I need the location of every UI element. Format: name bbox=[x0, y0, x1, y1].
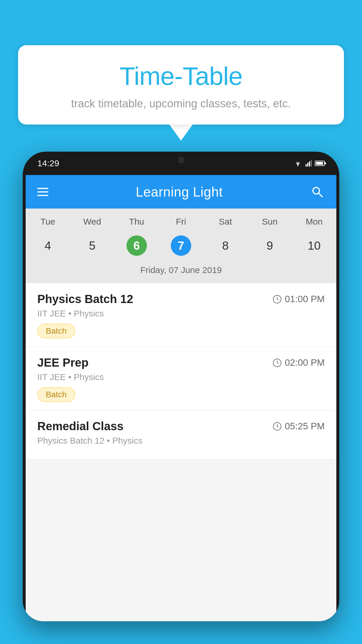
calendar-day-tue: Tue bbox=[26, 214, 70, 229]
schedule-item-2-time-container: 02:00 PM bbox=[273, 357, 325, 368]
app-header: Learning Light bbox=[26, 175, 336, 209]
search-icon bbox=[311, 185, 324, 198]
clock-icon-1 bbox=[273, 295, 282, 304]
speech-bubble-container: Time-Table track timetable, upcoming cla… bbox=[18, 45, 344, 141]
schedule-item-3-header: Remedial Class 05:25 PM bbox=[37, 420, 325, 433]
svg-rect-3 bbox=[309, 161, 310, 167]
wifi-icon bbox=[293, 160, 303, 167]
calendar-section: Tue Wed Thu Fri Sat Sun Mon 4 5 6 7 bbox=[26, 209, 336, 283]
schedule-item-3-time-container: 05:25 PM bbox=[273, 421, 325, 432]
phone-notch bbox=[158, 152, 204, 168]
hamburger-line-3 bbox=[37, 195, 48, 196]
calendar-date-9[interactable]: 9 bbox=[247, 232, 292, 259]
schedule-list: Physics Batch 12 01:00 PM IIT JEE • Phys… bbox=[26, 283, 336, 459]
speech-bubble: Time-Table track timetable, upcoming cla… bbox=[18, 45, 344, 125]
search-button[interactable] bbox=[310, 185, 325, 199]
phone-frame: 14:29 bbox=[23, 152, 339, 621]
calendar-current-date-label: Friday, 07 June 2019 bbox=[26, 263, 336, 280]
phone-status-bar: 14:29 bbox=[23, 152, 339, 175]
svg-rect-1 bbox=[305, 164, 307, 167]
phone-container: 14:29 bbox=[23, 152, 339, 644]
svg-point-0 bbox=[297, 165, 298, 166]
schedule-item-2-badge: Batch bbox=[37, 387, 75, 402]
calendar-day-thu: Thu bbox=[115, 214, 159, 229]
calendar-date-10[interactable]: 10 bbox=[292, 232, 336, 259]
calendar-date-5[interactable]: 5 bbox=[70, 232, 114, 259]
calendar-days-row: Tue Wed Thu Fri Sat Sun Mon bbox=[26, 214, 336, 229]
status-time: 14:29 bbox=[37, 158, 59, 168]
schedule-item-1-subtitle: IIT JEE • Physics bbox=[37, 309, 325, 318]
hamburger-menu-button[interactable] bbox=[37, 188, 48, 196]
signal-icon bbox=[305, 160, 312, 167]
calendar-date-8[interactable]: 8 bbox=[203, 232, 247, 259]
calendar-date-circle-7: 7 bbox=[171, 235, 191, 256]
speech-bubble-subtitle: track timetable, upcoming classes, tests… bbox=[36, 97, 326, 110]
schedule-item-2-time: 02:00 PM bbox=[285, 357, 325, 368]
phone-screen: Learning Light Tue Wed Thu Fri Sat Sun bbox=[26, 175, 336, 621]
calendar-day-fri: Fri bbox=[159, 214, 203, 229]
calendar-date-circle-6: 6 bbox=[126, 235, 147, 256]
svg-rect-2 bbox=[307, 163, 308, 167]
schedule-item-1-header: Physics Batch 12 01:00 PM bbox=[37, 293, 325, 306]
speech-bubble-title: Time-Table bbox=[36, 61, 326, 91]
hamburger-line-2 bbox=[37, 191, 48, 192]
schedule-item-1[interactable]: Physics Batch 12 01:00 PM IIT JEE • Phys… bbox=[26, 283, 336, 347]
schedule-item-1-badge: Batch bbox=[37, 324, 75, 338]
phone-camera bbox=[178, 157, 184, 163]
clock-icon-2 bbox=[273, 358, 282, 368]
calendar-date-6[interactable]: 6 bbox=[115, 232, 159, 259]
calendar-dates-row: 4 5 6 7 8 9 10 bbox=[26, 232, 336, 259]
calendar-day-sun: Sun bbox=[247, 214, 292, 229]
calendar-day-wed: Wed bbox=[70, 214, 114, 229]
schedule-item-2-subtitle: IIT JEE • Physics bbox=[37, 372, 325, 382]
schedule-item-2-title: JEE Prep bbox=[37, 356, 89, 369]
schedule-item-3-subtitle: Physics Batch 12 • Physics bbox=[37, 436, 325, 446]
schedule-item-3-title: Remedial Class bbox=[37, 420, 124, 433]
schedule-item-1-title: Physics Batch 12 bbox=[37, 293, 133, 306]
schedule-item-3[interactable]: Remedial Class 05:25 PM Physics Batch 12… bbox=[26, 410, 336, 459]
app-title: Learning Light bbox=[136, 184, 223, 200]
hamburger-line-1 bbox=[37, 188, 48, 189]
phone-status-icons bbox=[293, 160, 325, 167]
schedule-item-2-header: JEE Prep 02:00 PM bbox=[37, 356, 325, 369]
svg-rect-4 bbox=[311, 160, 312, 167]
schedule-item-1-time: 01:00 PM bbox=[285, 294, 325, 304]
speech-bubble-arrow bbox=[169, 125, 193, 141]
calendar-date-7[interactable]: 7 bbox=[159, 232, 203, 259]
calendar-day-mon: Mon bbox=[292, 214, 336, 229]
calendar-day-sat: Sat bbox=[203, 214, 247, 229]
calendar-date-4[interactable]: 4 bbox=[26, 232, 70, 259]
battery-icon bbox=[315, 161, 325, 166]
schedule-item-2[interactable]: JEE Prep 02:00 PM IIT JEE • Physics Batc… bbox=[26, 347, 336, 410]
schedule-item-3-time: 05:25 PM bbox=[285, 421, 325, 432]
clock-icon-3 bbox=[273, 422, 282, 431]
svg-line-6 bbox=[319, 193, 322, 197]
schedule-item-1-time-container: 01:00 PM bbox=[273, 294, 325, 304]
